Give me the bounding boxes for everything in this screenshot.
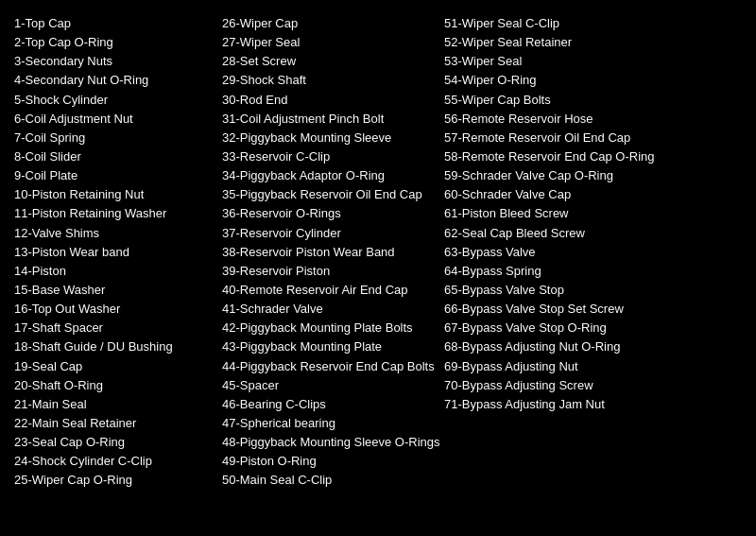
list-item: 6-Coil Adjustment Nut <box>14 110 213 129</box>
list-item: 30-Rod End <box>222 91 435 110</box>
list-item: 10-Piston Retaining Nut <box>14 185 213 204</box>
list-item: 9-Coil Plate <box>14 166 213 185</box>
list-item: 28-Set Screw <box>222 52 435 71</box>
list-item: 31-Coil Adjustment Pinch Bolt <box>222 110 435 129</box>
list-item: 61-Piston Bleed Screw <box>444 204 666 223</box>
list-item: 54-Wiper O-Ring <box>444 71 666 90</box>
list-item: 55-Wiper Cap Bolts <box>444 91 666 110</box>
list-item: 7-Coil Spring <box>14 129 213 147</box>
list-item: 21-Main Seal <box>14 395 213 414</box>
list-item: 16-Top Out Washer <box>14 300 213 319</box>
list-item: 27-Wiper Seal <box>222 33 435 52</box>
list-item: 63-Bypass Valve <box>444 243 666 262</box>
list-item: 49-Piston O-Ring <box>222 452 435 471</box>
column-3: 51-Wiper Seal C-Clip52-Wiper Seal Retain… <box>444 14 676 491</box>
list-item: 17-Shaft Spacer <box>14 319 213 337</box>
list-item: 58-Remote Reservoir End Cap O-Ring <box>444 147 666 166</box>
list-item: 59-Schrader Valve Cap O-Ring <box>444 166 666 185</box>
list-item: 15-Base Washer <box>14 281 213 300</box>
list-item: 37-Reservoir Cylinder <box>222 224 435 243</box>
list-item: 22-Main Seal Retainer <box>14 414 213 433</box>
list-item: 57-Remote Reservoir Oil End Cap <box>444 129 666 147</box>
list-item: 71-Bypass Adjusting Jam Nut <box>444 395 666 414</box>
list-item: 24-Shock Cylinder C-Clip <box>14 452 213 471</box>
list-item: 2-Top Cap O-Ring <box>14 33 213 52</box>
list-item: 62-Seal Cap Bleed Screw <box>444 224 666 243</box>
list-item: 18-Shaft Guide / DU Bushing <box>14 337 213 356</box>
list-item: 8-Coil Slider <box>14 147 213 166</box>
list-item: 19-Seal Cap <box>14 357 213 376</box>
list-item: 3-Secondary Nuts <box>14 52 213 71</box>
list-item: 39-Reservoir Piston <box>222 262 435 281</box>
list-item: 56-Remote Reservoir Hose <box>444 110 666 129</box>
list-item: 45-Spacer <box>222 376 435 395</box>
list-item: 23-Seal Cap O-Ring <box>14 433 213 452</box>
list-item: 44-Piggyback Reservoir End Cap Bolts <box>222 357 435 376</box>
list-item: 47-Spherical bearing <box>222 414 435 433</box>
list-item: 42-Piggyback Mounting Plate Bolts <box>222 319 435 337</box>
list-item: 50-Main Seal C-Clip <box>222 471 435 490</box>
column-2: 26-Wiper Cap27-Wiper Seal28-Set Screw29-… <box>222 14 444 491</box>
list-item: 20-Shaft O-Ring <box>14 376 213 395</box>
column-1: 1-Top Cap2-Top Cap O-Ring3-Secondary Nut… <box>14 14 222 491</box>
list-item: 34-Piggyback Adaptor O-Ring <box>222 166 435 185</box>
list-item: 33-Reservoir C-Clip <box>222 147 435 166</box>
list-item: 4-Secondary Nut O-Ring <box>14 71 213 90</box>
list-item: 65-Bypass Valve Stop <box>444 281 666 300</box>
list-item: 5-Shock Cylinder <box>14 91 213 110</box>
list-item: 68-Bypass Adjusting Nut O-Ring <box>444 337 666 356</box>
list-item: 32-Piggyback Mounting Sleeve <box>222 129 435 147</box>
list-item: 46-Bearing C-Clips <box>222 395 435 414</box>
list-item: 70-Bypass Adjusting Screw <box>444 376 666 395</box>
list-item: 66-Bypass Valve Stop Set Screw <box>444 300 666 319</box>
list-item: 69-Bypass Adjusting Nut <box>444 357 666 376</box>
list-item: 67-Bypass Valve Stop O-Ring <box>444 319 666 337</box>
parts-list: 1-Top Cap2-Top Cap O-Ring3-Secondary Nut… <box>14 9 742 491</box>
list-item: 38-Reservoir Piston Wear Band <box>222 243 435 262</box>
list-item: 52-Wiper Seal Retainer <box>444 33 666 52</box>
list-item: 11-Piston Retaining Washer <box>14 204 213 223</box>
list-item: 1-Top Cap <box>14 14 213 33</box>
list-item: 13-Piston Wear band <box>14 243 213 262</box>
list-item: 40-Remote Reservoir Air End Cap <box>222 281 435 300</box>
list-item: 12-Valve Shims <box>14 224 213 243</box>
list-item: 26-Wiper Cap <box>222 14 435 33</box>
list-item: 41-Schrader Valve <box>222 300 435 319</box>
list-item: 29-Shock Shaft <box>222 71 435 90</box>
list-item: 14-Piston <box>14 262 213 281</box>
list-item: 51-Wiper Seal C-Clip <box>444 14 666 33</box>
list-item: 25-Wiper Cap O-Ring <box>14 471 213 490</box>
list-item: 35-Piggyback Reservoir Oil End Cap <box>222 185 435 204</box>
list-item: 53-Wiper Seal <box>444 52 666 71</box>
list-item: 48-Piggyback Mounting Sleeve O-Rings <box>222 433 435 452</box>
list-item: 36-Reservoir O-Rings <box>222 204 435 223</box>
list-item: 60-Schrader Valve Cap <box>444 185 666 204</box>
list-item: 43-Piggyback Mounting Plate <box>222 337 435 356</box>
list-item: 64-Bypass Spring <box>444 262 666 281</box>
